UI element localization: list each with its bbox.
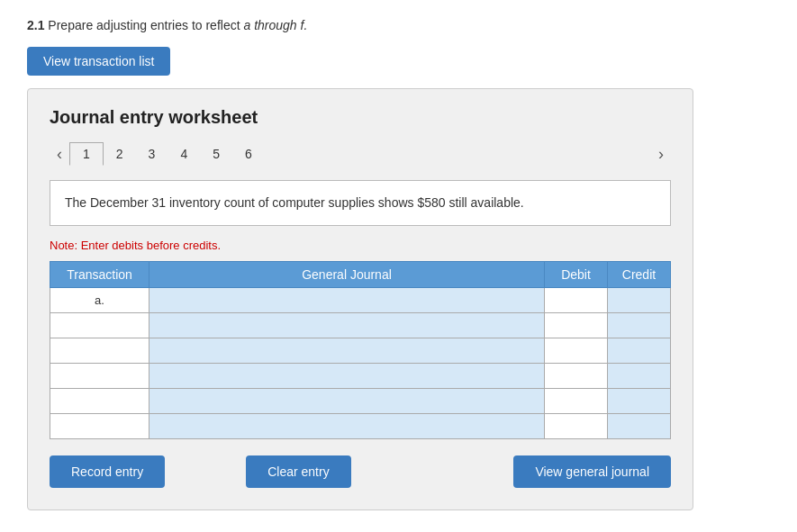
note-text: Note: Enter debits before credits.: [50, 239, 671, 252]
row-6-journal[interactable]: [149, 414, 545, 439]
row-5-debit-input[interactable]: [545, 389, 607, 413]
journal-table: Transaction General Journal Debit Credit…: [50, 261, 671, 439]
row-5-journal-input[interactable]: [149, 389, 544, 413]
tab-4[interactable]: 4: [168, 143, 200, 165]
instruction-text: Prepare adjusting entries to reflect: [48, 18, 243, 32]
instruction: 2.1 Prepare adjusting entries to reflect…: [27, 18, 770, 32]
tab-1[interactable]: 1: [69, 142, 104, 166]
row-6-debit[interactable]: [545, 414, 608, 439]
row-4-credit[interactable]: [608, 364, 671, 389]
row-2-credit[interactable]: [608, 313, 671, 338]
row-5-credit[interactable]: [608, 389, 671, 414]
row-1-journal[interactable]: [149, 288, 545, 313]
view-transaction-button[interactable]: View transaction list: [27, 47, 170, 76]
worksheet-container: Journal entry worksheet ‹ 1 2 3 4 5 6 › …: [27, 88, 693, 510]
row-6-transaction: [50, 414, 149, 439]
tab-3[interactable]: 3: [136, 143, 168, 165]
row-2-debit-input[interactable]: [545, 313, 607, 338]
row-3-journal[interactable]: [149, 338, 545, 364]
row-6-journal-input[interactable]: [149, 414, 544, 438]
row-4-debit-input[interactable]: [545, 364, 607, 388]
tab-2[interactable]: 2: [104, 143, 136, 165]
row-1-credit-input[interactable]: [608, 288, 670, 312]
row-4-debit[interactable]: [545, 364, 608, 389]
row-3-credit[interactable]: [608, 338, 671, 364]
row-5-credit-input[interactable]: [608, 389, 670, 413]
table-row: a.: [50, 288, 671, 313]
row-1-debit[interactable]: [545, 288, 608, 313]
row-3-debit[interactable]: [545, 338, 608, 364]
buttons-row: Record entry Clear entry View general jo…: [50, 455, 671, 488]
tabs-row: ‹ 1 2 3 4 5 6 ›: [50, 142, 671, 166]
row-1-transaction: a.: [50, 288, 149, 313]
row-1-credit[interactable]: [608, 288, 671, 313]
row-2-credit-input[interactable]: [608, 313, 670, 338]
row-2-journal-input[interactable]: [149, 313, 544, 338]
row-5-transaction: [50, 389, 149, 414]
row-2-journal[interactable]: [149, 313, 545, 338]
clear-entry-button[interactable]: Clear entry: [246, 455, 350, 488]
col-header-transaction: Transaction: [50, 262, 149, 288]
row-1-journal-input[interactable]: [149, 288, 544, 312]
row-4-transaction: [50, 364, 149, 389]
table-row: [50, 313, 671, 338]
row-3-debit-input[interactable]: [545, 338, 607, 363]
row-2-debit[interactable]: [545, 313, 608, 338]
table-row: [50, 338, 671, 364]
col-header-credit: Credit: [608, 262, 671, 288]
table-row: [50, 364, 671, 389]
row-5-journal[interactable]: [149, 389, 545, 414]
row-3-journal-input[interactable]: [149, 338, 544, 363]
table-row: [50, 414, 671, 439]
row-4-journal[interactable]: [149, 364, 545, 389]
view-general-journal-button[interactable]: View general journal: [513, 455, 671, 488]
row-6-debit-input[interactable]: [545, 414, 607, 438]
tab-5[interactable]: 5: [200, 143, 232, 165]
row-4-journal-input[interactable]: [149, 364, 544, 388]
row-2-transaction: [50, 313, 149, 338]
table-row: [50, 389, 671, 414]
instruction-number: 2.1: [27, 18, 44, 32]
description-text: The December 31 inventory count of compu…: [65, 195, 524, 210]
tab-prev-arrow[interactable]: ‹: [50, 143, 69, 166]
row-6-credit-input[interactable]: [608, 414, 670, 438]
row-3-transaction: [50, 338, 149, 364]
instruction-italic: a through f.: [243, 18, 307, 32]
col-header-journal: General Journal: [149, 262, 545, 288]
row-3-credit-input[interactable]: [608, 338, 670, 363]
row-1-debit-input[interactable]: [545, 288, 607, 312]
worksheet-title: Journal entry worksheet: [50, 107, 671, 128]
row-4-credit-input[interactable]: [608, 364, 670, 388]
record-entry-button[interactable]: Record entry: [50, 455, 165, 488]
description-box: The December 31 inventory count of compu…: [50, 180, 671, 226]
col-header-debit: Debit: [545, 262, 608, 288]
tab-next-arrow[interactable]: ›: [651, 143, 671, 166]
tab-6[interactable]: 6: [232, 143, 265, 165]
row-5-debit[interactable]: [545, 389, 608, 414]
row-6-credit[interactable]: [608, 414, 671, 439]
